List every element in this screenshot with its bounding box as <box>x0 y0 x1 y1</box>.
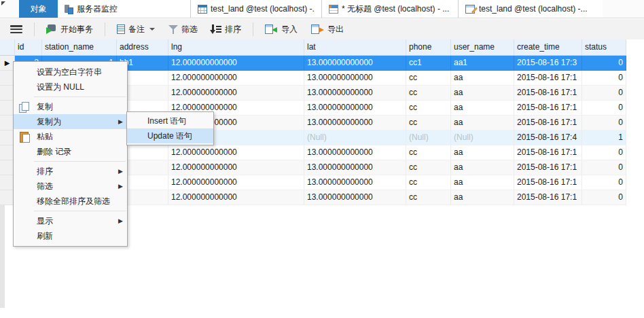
cell-user-name[interactable]: (Null) <box>451 130 514 145</box>
menu-item-copy-as[interactable]: 复制为 ▶ <box>14 114 127 129</box>
cell-phone[interactable]: cc <box>406 116 451 130</box>
tab-table-data[interactable]: test_land @test (localhost) -... <box>191 0 322 18</box>
cell-create-time[interactable]: 2015-08-16 17:1 <box>514 116 582 130</box>
cell-lng[interactable]: 12.000000000000 <box>168 190 304 205</box>
cell-phone[interactable]: cc <box>406 101 451 116</box>
cell-lat[interactable]: 13.000000000000 <box>304 160 406 175</box>
cell-lat[interactable]: 13.000000000000 <box>304 86 406 101</box>
cell-phone[interactable]: (Null) <box>406 130 451 145</box>
filter-button[interactable]: 筛选 <box>164 22 202 37</box>
cell-lat[interactable]: 13.000000000000 <box>304 190 406 205</box>
menu-button[interactable] <box>5 23 27 35</box>
tab-design-table[interactable]: test_land @test (localhost) -... <box>459 0 603 18</box>
cell-user-name[interactable]: aa <box>451 160 514 175</box>
memo-button[interactable]: 备注 <box>112 22 160 37</box>
cell-lat[interactable]: 13.000000000000 <box>304 116 406 130</box>
cell-lat[interactable]: 13.000000000000 <box>304 101 406 116</box>
cell-create-time[interactable]: 2015-08-16 17:1 <box>514 101 582 116</box>
column-header-address[interactable]: address <box>117 39 168 55</box>
cell-status[interactable]: 1 <box>582 130 626 145</box>
column-header-create-time[interactable]: create_time <box>514 39 582 55</box>
column-header-id[interactable]: id <box>15 39 42 55</box>
import-icon <box>265 24 278 34</box>
import-button[interactable]: 导入 <box>260 22 302 37</box>
cell-lng[interactable]: 12.000000000000 <box>168 145 304 160</box>
cell-status[interactable]: 0 <box>582 116 626 130</box>
cell-lat[interactable]: 13.000000000000 <box>304 71 406 86</box>
cell-phone[interactable]: cc <box>406 190 451 205</box>
menu-item-display[interactable]: 显示 ▶ <box>14 213 127 228</box>
grid-header-row: id station_name address lng lat phone us… <box>0 39 626 56</box>
column-header-lng[interactable]: lng <box>168 39 304 55</box>
tab-objects[interactable]: 对象 <box>19 0 58 18</box>
cell-phone[interactable]: cc <box>406 71 451 86</box>
column-header-user-name[interactable]: user_name <box>451 39 514 55</box>
cell-status[interactable]: 0 <box>582 56 626 71</box>
cell-phone[interactable]: cc <box>406 160 451 175</box>
cell-lng[interactable]: 12.000000000000 <box>168 71 304 86</box>
menu-item-delete-record[interactable]: 删除 记录 <box>14 144 127 159</box>
cell-lng[interactable]: 12.000000000000 <box>168 86 304 101</box>
cell-status[interactable]: 0 <box>582 175 626 190</box>
submenu-item-update-statement[interactable]: Update 语句 <box>127 128 213 143</box>
menu-item-paste[interactable]: 粘贴 <box>14 129 127 144</box>
cell-user-name[interactable]: aa <box>451 145 514 160</box>
cell-create-time[interactable]: 2015-08-16 17:1 <box>514 71 582 86</box>
cell-phone[interactable]: cc <box>406 175 451 190</box>
cell-user-name[interactable]: aa <box>451 190 514 205</box>
navicat-table-viewer: 对象 服务器监控 test_land @test (localhost) -..… <box>0 0 644 318</box>
menu-item-remove-all-sort-filter[interactable]: 移除全部排序及筛选 <box>14 194 127 209</box>
cell-user-name[interactable]: aa <box>451 101 514 116</box>
cell-lng[interactable]: 12.000000000000 <box>168 160 304 175</box>
cell-phone[interactable]: cc1 <box>406 56 451 71</box>
begin-transaction-icon <box>46 24 57 34</box>
cell-phone[interactable]: cc <box>406 145 451 160</box>
menu-item-refresh[interactable]: 刷新 <box>14 228 127 243</box>
tab-untitled-query[interactable]: * 无标题 @test (localhost) - ... <box>322 0 459 18</box>
cell-status[interactable]: 0 <box>582 101 626 116</box>
cell-create-time[interactable]: 2015-08-16 17:1 <box>514 145 582 160</box>
cell-status[interactable]: 0 <box>582 145 626 160</box>
column-header-station-name[interactable]: station_name <box>42 39 117 55</box>
cell-user-name[interactable]: aa <box>451 175 514 190</box>
chevron-down-icon <box>149 28 155 31</box>
begin-transaction-button[interactable]: 开始事务 <box>41 22 98 37</box>
gutter-header[interactable] <box>0 39 15 55</box>
cell-status[interactable]: 0 <box>582 71 626 86</box>
cell-lat[interactable]: (Null) <box>304 130 406 145</box>
cell-status[interactable]: 0 <box>582 86 626 101</box>
menu-item-copy[interactable]: 复制 <box>14 99 127 114</box>
menu-item-sort[interactable]: 排序 ▶ <box>14 164 127 179</box>
column-header-lat[interactable]: lat <box>304 39 406 55</box>
cell-create-time[interactable]: 2015-08-16 17:3 <box>514 56 582 71</box>
cell-create-time[interactable]: 2015-08-16 17:1 <box>514 160 582 175</box>
tab-server-monitor[interactable]: 服务器监控 <box>58 0 191 18</box>
menu-item-filter[interactable]: 筛选 ▶ <box>14 179 127 194</box>
cell-lng[interactable]: 12.000000000000 <box>168 56 304 71</box>
menu-item-set-empty-string[interactable]: 设置为空白字符串 <box>14 65 127 80</box>
export-button[interactable]: 导出 <box>306 22 348 37</box>
column-header-phone[interactable]: phone <box>406 39 451 55</box>
cell-lng[interactable]: 12.000000000000 <box>168 175 304 190</box>
cell-create-time[interactable]: 2015-08-16 17:1 <box>514 86 582 101</box>
cell-user-name[interactable]: aa <box>451 71 514 86</box>
cell-user-name[interactable]: aa1 <box>451 56 514 71</box>
cell-status[interactable]: 0 <box>582 190 626 205</box>
cell-status[interactable]: 0 <box>582 160 626 175</box>
cell-create-time[interactable]: 2015-08-16 17:4 <box>514 130 582 145</box>
sort-icon <box>211 24 221 34</box>
cell-lat[interactable]: 13.000000000000 <box>304 145 406 160</box>
column-header-status[interactable]: status <box>582 39 626 55</box>
cell-lat[interactable]: 13.000000000000 <box>304 175 406 190</box>
cell-lat[interactable]: 13.000000000000 <box>304 56 406 71</box>
cell-create-time[interactable]: 2015-08-16 17:1 <box>514 175 582 190</box>
sort-button[interactable]: 排序 <box>207 22 246 37</box>
menu-item-label: Insert 语句 <box>147 116 186 126</box>
cell-user-name[interactable]: aa <box>451 86 514 101</box>
toolbar: 开始事务 备注 筛选 排序 导入 导出 <box>0 19 644 39</box>
cell-user-name[interactable]: aa <box>451 116 514 130</box>
cell-create-time[interactable]: 2015-08-16 17:1 <box>514 190 582 205</box>
submenu-item-insert-statement[interactable]: Insert 语句 <box>127 113 213 128</box>
cell-phone[interactable]: cc <box>406 86 451 101</box>
menu-item-set-null[interactable]: 设置为 NULL <box>14 80 127 94</box>
